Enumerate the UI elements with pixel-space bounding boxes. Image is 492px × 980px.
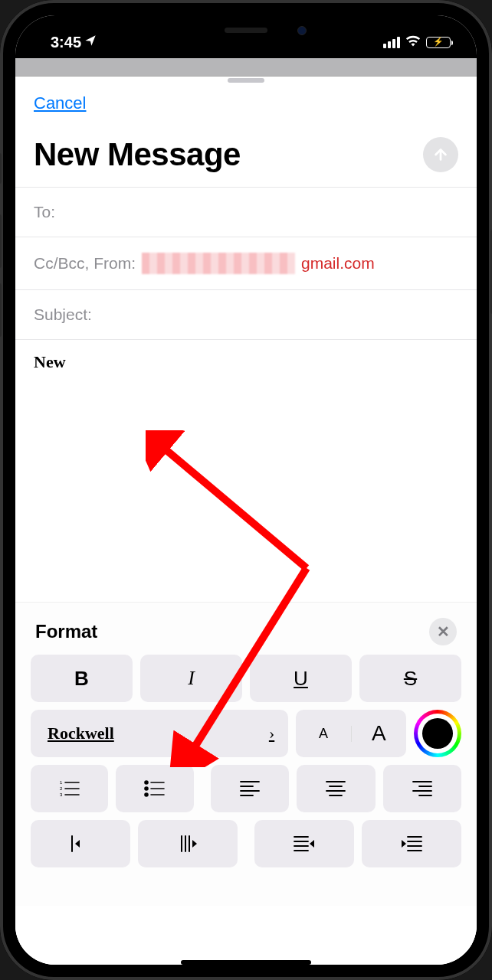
font-name-label: Rockwell bbox=[48, 724, 114, 743]
subject-label: Subject: bbox=[34, 305, 92, 324]
chevron-right-icon: › bbox=[269, 724, 274, 743]
message-body[interactable]: New bbox=[15, 340, 477, 524]
status-time: 3:45 bbox=[51, 34, 81, 51]
ccbcc-label: Cc/Bcc, From: bbox=[34, 254, 136, 273]
cellular-icon bbox=[383, 37, 400, 48]
font-picker-button[interactable]: Rockwell › bbox=[31, 710, 288, 757]
volume-down-button bbox=[0, 283, 2, 337]
color-picker-button[interactable] bbox=[414, 710, 461, 757]
cancel-button[interactable]: Cancel bbox=[34, 93, 86, 113]
battery-icon bbox=[426, 37, 451, 48]
to-field[interactable]: To: bbox=[15, 187, 477, 237]
svg-text:2: 2 bbox=[60, 786, 63, 791]
body-text: New bbox=[34, 352, 66, 371]
svg-marker-25 bbox=[75, 840, 80, 848]
from-domain: gmail.com bbox=[301, 254, 375, 273]
numbered-list-button[interactable]: 123 bbox=[31, 765, 108, 812]
from-redacted bbox=[142, 253, 295, 274]
svg-point-6 bbox=[145, 781, 148, 784]
format-title: Format bbox=[35, 621, 97, 642]
align-left-button[interactable] bbox=[211, 765, 289, 812]
italic-button[interactable]: I bbox=[140, 655, 242, 702]
compose-sheet: Cancel New Message To: Cc/Bcc, From: gma… bbox=[15, 78, 477, 965]
page-title: New Message bbox=[34, 136, 241, 173]
location-icon bbox=[84, 34, 97, 50]
svg-point-8 bbox=[145, 793, 148, 796]
ccbcc-field[interactable]: Cc/Bcc, From: gmail.com bbox=[15, 237, 477, 289]
send-button[interactable] bbox=[423, 137, 458, 172]
volume-up-button bbox=[0, 214, 2, 268]
svg-point-7 bbox=[145, 787, 148, 790]
close-format-button[interactable]: ✕ bbox=[429, 618, 457, 645]
subject-field[interactable]: Subject: bbox=[15, 289, 477, 340]
screen: 3:45 Cancel New Mess bbox=[15, 15, 477, 965]
svg-marker-34 bbox=[310, 840, 314, 848]
outdent-quote-button[interactable] bbox=[31, 820, 130, 867]
svg-text:3: 3 bbox=[60, 792, 63, 797]
bulleted-list-button[interactable] bbox=[116, 765, 193, 812]
strikethrough-button[interactable]: S bbox=[359, 655, 461, 702]
increase-indent-button[interactable] bbox=[362, 820, 461, 867]
align-center-button[interactable] bbox=[297, 765, 375, 812]
notch bbox=[158, 15, 334, 46]
svg-marker-35 bbox=[402, 840, 406, 848]
underline-button[interactable]: U bbox=[250, 655, 352, 702]
wifi-icon bbox=[405, 34, 421, 51]
increase-size-button[interactable]: A bbox=[352, 721, 406, 746]
align-right-button[interactable] bbox=[383, 765, 461, 812]
decrease-size-button[interactable]: A bbox=[296, 726, 351, 742]
bold-button[interactable]: B bbox=[31, 655, 133, 702]
mute-switch bbox=[0, 153, 2, 184]
to-label: To: bbox=[34, 203, 55, 221]
sheet-backdrop bbox=[15, 58, 477, 77]
format-panel: Format ✕ B I U S Rockwell bbox=[15, 602, 477, 906]
font-size-stepper[interactable]: A A bbox=[296, 710, 406, 757]
device-frame: 3:45 Cancel New Mess bbox=[0, 0, 492, 980]
decrease-indent-button[interactable] bbox=[254, 820, 354, 867]
home-indicator[interactable] bbox=[181, 960, 311, 965]
indent-quote-button[interactable] bbox=[138, 820, 238, 867]
svg-text:1: 1 bbox=[60, 780, 63, 785]
svg-marker-29 bbox=[192, 840, 197, 848]
